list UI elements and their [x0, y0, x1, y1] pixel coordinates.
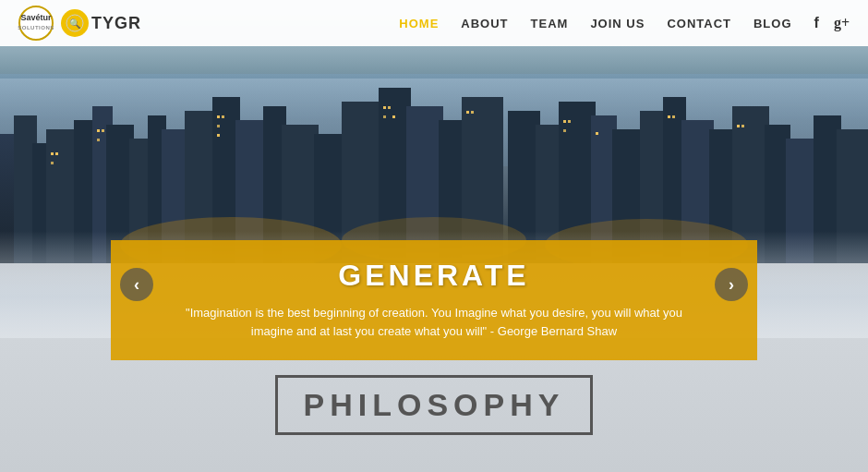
nav-contact[interactable]: CONTACT	[667, 17, 731, 30]
svg-rect-55	[568, 120, 571, 123]
facebook-icon[interactable]: f	[814, 15, 819, 31]
svg-rect-17	[102, 129, 104, 132]
chevron-right-icon: ›	[729, 275, 734, 295]
svg-rect-37	[392, 115, 395, 118]
slider-quote: "Imagination is the best beginning of cr…	[175, 304, 693, 340]
svg-rect-60	[737, 125, 740, 127]
slider-title: GENERATE	[166, 259, 702, 293]
logo-area: SavéturSOLUTIONS 🔍 TYGR	[18, 6, 141, 41]
savetur-logo[interactable]: SavéturSOLUTIONS	[18, 6, 54, 41]
svg-rect-14	[55, 152, 58, 155]
svg-rect-13	[51, 152, 54, 155]
svg-text:🔍: 🔍	[69, 18, 81, 30]
svg-rect-56	[563, 129, 566, 132]
nav-home[interactable]: HOME	[399, 17, 439, 30]
svg-rect-36	[383, 115, 386, 118]
google-icon[interactable]: g+	[834, 15, 850, 31]
svg-rect-26	[222, 115, 224, 118]
svg-rect-38	[466, 111, 469, 114]
svg-rect-18	[97, 139, 100, 141]
nav-blog[interactable]: BLOG	[753, 17, 792, 30]
tygr-icon: 🔍	[61, 9, 89, 37]
savetur-circle-icon: SavéturSOLUTIONS	[18, 6, 54, 41]
slider-panel: GENERATE "Imagination is the best beginn…	[111, 240, 757, 360]
svg-rect-16	[97, 129, 100, 132]
svg-rect-35	[388, 106, 391, 109]
svg-rect-25	[217, 115, 220, 118]
main-nav: HOME ABOUT TEAM JOIN US CONTACT BLOG f g…	[399, 15, 850, 31]
nav-about[interactable]: ABOUT	[461, 17, 508, 30]
svg-rect-58	[668, 115, 670, 118]
nav-joinus[interactable]: JOIN US	[590, 17, 645, 30]
svg-rect-27	[217, 125, 220, 127]
svg-rect-34	[383, 106, 386, 109]
svg-rect-15	[51, 162, 54, 164]
svg-rect-59	[672, 115, 675, 118]
svg-rect-54	[563, 120, 566, 123]
svg-rect-61	[741, 125, 744, 127]
chevron-left-icon: ‹	[134, 275, 139, 295]
svg-rect-28	[217, 134, 220, 137]
philosophy-box: PHILOSOPHY	[275, 375, 594, 435]
nav-team[interactable]: TEAM	[531, 17, 569, 30]
svg-rect-57	[596, 132, 598, 135]
tygr-text: TYGR	[91, 14, 141, 33]
philosophy-label: PHILOSOPHY	[304, 387, 565, 422]
prev-slide-button[interactable]: ‹	[120, 268, 153, 301]
svg-rect-39	[471, 111, 474, 114]
next-slide-button[interactable]: ›	[715, 268, 748, 301]
social-links: f g+	[814, 15, 850, 31]
header: SavéturSOLUTIONS 🔍 TYGR HOME ABOUT TEAM …	[0, 0, 868, 46]
tygr-logo[interactable]: 🔍 TYGR	[61, 9, 141, 37]
